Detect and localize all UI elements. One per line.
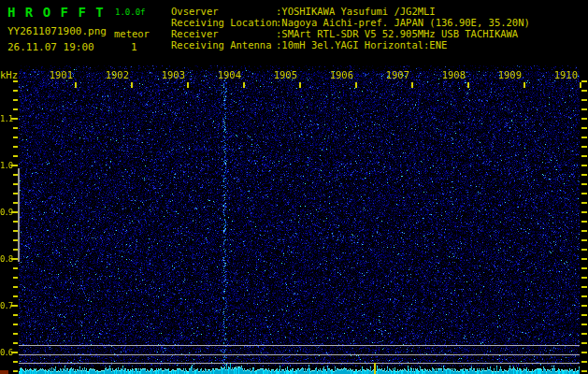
x-axis-label: 1903 — [156, 70, 185, 80]
y-axis-tick — [13, 267, 18, 269]
info-label: Receiving Antenna — [171, 40, 271, 50]
x-axis-label: 1909 — [493, 70, 522, 80]
y-axis-tick-right — [581, 165, 587, 166]
spectrogram-canvas — [19, 65, 580, 374]
left-edge-marker-line — [18, 168, 20, 262]
y-axis-tick — [13, 174, 18, 176]
y-axis-tick — [13, 361, 18, 363]
y-axis-tick-right — [581, 277, 587, 279]
y-axis-tick-right — [581, 211, 587, 213]
y-axis-tick — [13, 155, 18, 157]
y-axis-tick — [13, 342, 18, 344]
y-axis-tick-right — [581, 286, 587, 288]
y-axis-tick — [13, 221, 18, 223]
x-axis-tick — [187, 82, 189, 88]
y-axis-tick — [13, 202, 18, 204]
y-axis-tick — [13, 80, 18, 82]
y-axis-tick — [13, 230, 18, 232]
y-axis-tick-right — [581, 314, 587, 316]
x-axis-label: 1910 — [549, 70, 578, 80]
info-label: Ovserver — [171, 7, 219, 17]
y-axis-tick — [11, 352, 18, 353]
info-value: :Nagoya Aichi-pref. JAPAN (136.90E, 35.2… — [276, 18, 530, 28]
y-axis-tick-right — [581, 361, 587, 363]
y-axis-tick-right — [581, 146, 587, 148]
y-axis-tick — [11, 165, 18, 166]
y-axis-tick-right — [581, 370, 587, 372]
y-axis-tick-right — [581, 137, 587, 138]
y-axis-tick-right — [581, 118, 587, 120]
y-axis-tick — [13, 333, 18, 335]
y-axis-tick-right — [581, 221, 587, 223]
y-axis-tick — [11, 258, 18, 260]
y-axis-tick-right — [581, 249, 587, 251]
y-axis-tick-right — [581, 342, 587, 344]
y-axis-tick — [11, 211, 18, 213]
y-axis-tick-right — [581, 267, 587, 269]
y-axis-tick — [13, 249, 18, 251]
y-axis-tick — [13, 239, 18, 241]
corner-red-blob — [0, 370, 8, 374]
x-axis-tick — [580, 82, 581, 88]
info-label: Receiving Location — [171, 18, 278, 28]
y-axis-tick — [13, 137, 18, 138]
y-axis-tick — [13, 146, 18, 148]
y-axis-tick-right — [581, 352, 587, 353]
x-axis-tick — [411, 82, 413, 88]
y-axis-tick-right — [581, 127, 587, 129]
y-axis-tick-right — [581, 108, 587, 110]
y-axis-tick-right — [581, 258, 587, 260]
y-axis-tick — [13, 314, 18, 316]
y-axis-tick — [11, 305, 18, 307]
y-axis-tick-right — [581, 155, 587, 157]
y-axis-tick-right — [581, 90, 587, 92]
y-axis-tick-right — [581, 230, 587, 232]
y-axis-tick — [13, 183, 18, 185]
y-axis-tick-right — [581, 239, 587, 241]
y-axis-tick — [13, 193, 18, 194]
y-axis-tick-right — [581, 202, 587, 204]
info-value: :YOSHIKAWA Yasufumi /JG2MLI — [276, 7, 436, 17]
x-axis-label: 1907 — [380, 70, 409, 80]
y-axis-tick-right — [581, 295, 587, 297]
x-axis-tick — [523, 82, 525, 88]
info-value: :SMArt RTL-SDR V5 52.905MHz USB TACHIKAW… — [276, 29, 518, 39]
x-axis-tick — [243, 82, 245, 88]
x-axis-label: 1905 — [268, 70, 297, 80]
x-axis-tick — [467, 82, 469, 88]
y-axis-tick — [13, 127, 18, 129]
y-axis-tick-right — [581, 80, 587, 82]
x-axis-label: 1908 — [437, 70, 466, 80]
y-axis-tick — [13, 324, 18, 325]
x-axis-label: 1906 — [324, 70, 353, 80]
info-row-antenna: Receiving Antenna :10mH 3el.YAGI Horizon… — [0, 40, 588, 51]
y-axis-tick-right — [581, 193, 587, 194]
y-axis-tick — [13, 295, 18, 297]
y-axis-tick-right — [581, 174, 587, 176]
y-axis-tick-right — [581, 99, 587, 101]
y-axis-tick — [13, 370, 18, 372]
y-axis-tick-right — [581, 324, 587, 325]
x-axis-label: 1904 — [212, 70, 241, 80]
info-value: :10mH 3el.YAGI Horizontal:ENE — [276, 40, 447, 50]
y-axis-tick — [13, 90, 18, 92]
y-axis-tick — [13, 108, 18, 110]
y-axis-tick — [11, 118, 18, 120]
y-axis-tick — [13, 277, 18, 279]
x-axis-tick — [355, 82, 357, 88]
y-axis-tick — [13, 286, 18, 288]
y-axis-tick — [13, 99, 18, 101]
y-axis-unit-label: kHz — [0, 69, 18, 80]
y-axis-tick-right — [581, 305, 587, 307]
x-axis-label: 1902 — [100, 70, 129, 80]
x-axis-tick — [131, 82, 133, 88]
hrofft-screen: H R O F F T 1.0.0f YY2611071900.png mete… — [0, 0, 588, 374]
x-axis-label: 1901 — [44, 70, 73, 80]
x-axis-tick — [75, 82, 77, 88]
x-axis-tick — [299, 82, 301, 88]
y-axis-tick-right — [581, 333, 587, 335]
y-axis-tick-right — [581, 183, 587, 185]
info-label: Receiver — [171, 29, 219, 39]
